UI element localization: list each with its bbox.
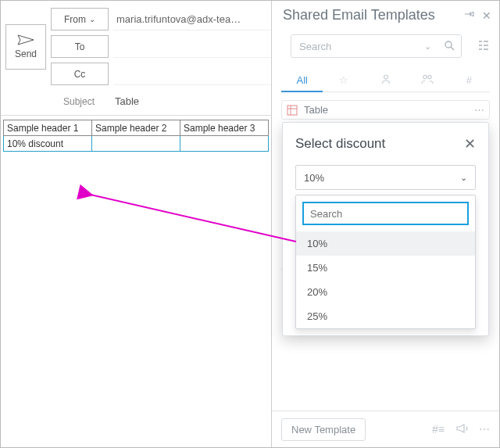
star-icon: ☆	[339, 74, 348, 86]
filter-tabs: All ☆ #	[281, 69, 490, 92]
announcement-icon[interactable]	[455, 423, 468, 436]
table-header: Sample header 2	[92, 120, 180, 136]
dropdown-panel: 10% 15% 20% 25%	[295, 195, 476, 329]
panel-search-box[interactable]: Search ⌄	[291, 34, 462, 58]
hash-filter-icon[interactable]: #≡	[432, 423, 445, 435]
template-item-label: Table	[304, 104, 328, 116]
to-field[interactable]	[113, 36, 273, 58]
view-toggle-icon[interactable]	[477, 39, 490, 54]
tab-hashtag[interactable]: #	[448, 70, 490, 91]
table-cell[interactable]	[92, 136, 180, 152]
cc-field[interactable]	[113, 63, 273, 85]
option-15[interactable]: 15%	[296, 256, 475, 280]
table-cell[interactable]	[180, 136, 269, 152]
send-icon	[17, 34, 34, 45]
chevron-down-icon: ⌄	[460, 173, 467, 183]
svg-marker-0	[18, 35, 34, 45]
person-icon	[380, 73, 391, 84]
template-icon	[287, 105, 298, 116]
option-25[interactable]: 25%	[296, 304, 475, 328]
select-discount-popup: Select discount ✕ 10% ⌄ 10% 15% 20% 25%	[282, 122, 489, 336]
item-more-icon[interactable]: ⋯	[474, 104, 484, 116]
to-button[interactable]: To	[51, 35, 109, 58]
svg-line-2	[451, 47, 454, 50]
option-10[interactable]: 10%	[296, 231, 475, 256]
dropdown-search-input[interactable]	[309, 207, 462, 220]
tab-team[interactable]	[406, 69, 448, 91]
search-icon[interactable]	[438, 40, 461, 53]
hash-icon: #	[466, 74, 472, 86]
send-button[interactable]: Send	[5, 24, 46, 70]
svg-point-3	[384, 75, 388, 79]
panel-bottom-bar: New Template #≡ ⋯	[272, 410, 499, 447]
from-value[interactable]: maria.trifuntova@adx-tea…	[113, 9, 273, 30]
from-button[interactable]: From ⌄	[51, 8, 109, 30]
table-header: Sample header 3	[180, 120, 269, 136]
chevron-down-icon: ⌄	[89, 15, 95, 23]
svg-point-5	[428, 75, 431, 78]
send-label: Send	[15, 48, 37, 59]
dropdown-search-box[interactable]	[302, 202, 469, 225]
more-icon[interactable]: ⋯	[479, 423, 490, 435]
template-item-table[interactable]: Table ⋯	[281, 100, 490, 120]
table-cell[interactable]: 10% discount	[4, 136, 92, 152]
discount-dropdown[interactable]: 10% ⌄	[295, 165, 476, 190]
popup-close-icon[interactable]: ✕	[464, 135, 476, 152]
svg-point-4	[423, 75, 427, 78]
tab-favorites[interactable]: ☆	[323, 70, 364, 91]
compose-pane: Send From ⌄ maria.trifuntova@adx-tea… To	[1, 1, 273, 447]
table-header: Sample header 1	[4, 120, 92, 136]
tab-all[interactable]: All	[281, 70, 323, 92]
new-template-button[interactable]: New Template	[281, 418, 366, 441]
svg-rect-6	[288, 106, 297, 115]
popup-title: Select discount	[295, 136, 385, 152]
subject-label: Subject	[51, 96, 107, 107]
pin-icon[interactable]	[463, 9, 474, 22]
chevron-down-icon[interactable]: ⌄	[418, 41, 438, 52]
cc-button[interactable]: Cc	[51, 63, 109, 85]
people-icon	[420, 73, 434, 84]
dropdown-selected: 10%	[304, 172, 324, 184]
svg-point-1	[445, 41, 452, 48]
tab-user[interactable]	[365, 69, 406, 91]
table-row: 10% discount	[4, 136, 269, 152]
panel-search-placeholder: Search	[291, 41, 418, 52]
inserted-table[interactable]: Sample header 1 Sample header 2 Sample h…	[3, 120, 269, 152]
option-20[interactable]: 20%	[296, 280, 475, 304]
close-icon[interactable]: ✕	[482, 9, 491, 22]
panel-title: Shared Email Templates	[283, 7, 435, 23]
subject-field[interactable]: Table	[112, 88, 273, 115]
